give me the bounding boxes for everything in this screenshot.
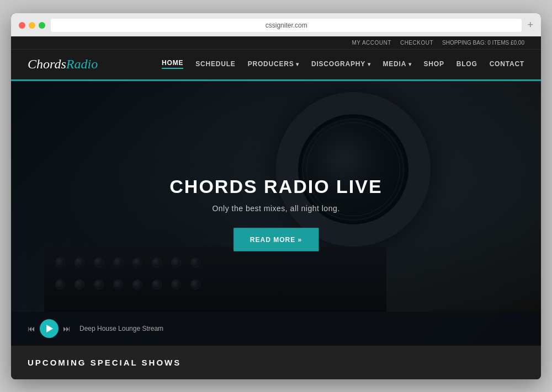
prev-track-button[interactable]: ⏮ (28, 324, 35, 333)
next-track-button[interactable]: ⏭ (63, 324, 71, 333)
hero-content: CHORDS RADIO LIVE Only the best mixes, a… (169, 175, 382, 251)
website-container: MY ACCOUNT CHECKOUT SHOPPING BAG: 0 ITEM… (11, 36, 541, 379)
browser-chrome: cssigniter.com + (11, 13, 541, 36)
address-bar[interactable]: cssigniter.com (51, 19, 522, 32)
nav-media[interactable]: MEDIA (383, 60, 411, 68)
new-tab-button[interactable]: + (527, 19, 533, 31)
my-account-link[interactable]: MY ACCOUNT (352, 40, 391, 46)
player-controls: ⏮ ⏭ (28, 319, 71, 338)
nav-links: HOME SCHEDULE PRODUCERS DISCOGRAPHY MEDI… (162, 59, 524, 69)
nav-shop[interactable]: SHOP (424, 60, 444, 68)
url-text: cssigniter.com (266, 22, 307, 29)
hero-section: CHORDS RADIO LIVE Only the best mixes, a… (11, 81, 541, 346)
logo-chords: Chords (28, 57, 66, 71)
browser-dots (19, 22, 45, 29)
nav-discography[interactable]: DISCOGRAPHY (311, 60, 371, 68)
upcoming-section: UPCOMING SPECIAL SHOWS (11, 346, 541, 379)
nav-producers[interactable]: PRODUCERS (248, 60, 299, 68)
checkout-link[interactable]: CHECKOUT (400, 40, 433, 46)
hero-title: CHORDS RADIO LIVE (169, 175, 382, 197)
utility-bar: MY ACCOUNT CHECKOUT SHOPPING BAG: 0 ITEM… (11, 36, 541, 50)
nav-contact[interactable]: CONTACT (490, 60, 524, 68)
upcoming-title: UPCOMING SPECIAL SHOWS (28, 358, 524, 367)
nav-blog[interactable]: BLOG (457, 60, 477, 68)
hero-read-more-button[interactable]: READ MORE » (233, 228, 319, 251)
close-button[interactable] (19, 22, 25, 29)
top-bar: MY ACCOUNT CHECKOUT SHOPPING BAG: 0 ITEM… (11, 36, 541, 81)
logo-radio: Radio (66, 57, 98, 71)
play-button[interactable] (40, 319, 59, 338)
minimize-button[interactable] (29, 22, 35, 29)
track-name: Deep House Lounge Stream (79, 325, 163, 332)
nav-home[interactable]: HOME (162, 59, 183, 69)
maximize-button[interactable] (39, 22, 45, 29)
main-nav: ChordsRadio HOME SCHEDULE PRODUCERS DISC… (11, 50, 541, 79)
hero-subtitle: Only the best mixes, all night long. (169, 203, 382, 212)
site-logo[interactable]: ChordsRadio (28, 56, 98, 72)
nav-schedule[interactable]: SCHEDULE (195, 60, 235, 68)
browser-window: cssigniter.com + MY ACCOUNT CHECKOUT SHO… (11, 13, 541, 379)
shopping-bag-text: SHOPPING BAG: 0 ITEMS £0.00 (442, 40, 524, 46)
player-bar: ⏮ ⏭ Deep House Lounge Stream (11, 312, 541, 346)
